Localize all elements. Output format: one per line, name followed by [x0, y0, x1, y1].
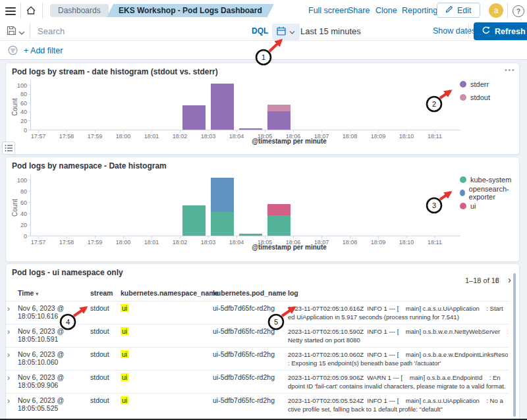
show-dates-link[interactable]: Show dates — [433, 26, 476, 36]
clone-link[interactable]: Clone — [375, 6, 397, 15]
x-tick-mark — [350, 130, 350, 132]
share-link[interactable]: Share — [348, 6, 370, 15]
divider — [20, 3, 21, 18]
divider — [468, 23, 469, 39]
x-tick-label: 18:10 — [393, 133, 420, 140]
histogram-bar-segment[interactable] — [267, 215, 291, 236]
histogram-bar-segment[interactable] — [211, 212, 234, 236]
histogram-bar-segment[interactable] — [239, 234, 262, 236]
panel-options-icon[interactable]: ••• — [505, 66, 515, 74]
pencil-icon — [445, 5, 453, 15]
panel-pod-logs-by-namespace: Pod logs by namespace - Date histogram 0… — [5, 157, 520, 262]
y-tick-mark — [28, 85, 30, 86]
full-screen-link[interactable]: Full screen — [308, 6, 348, 15]
saved-query-chevron-icon[interactable] — [18, 28, 25, 38]
panel-pod-logs-by-stream: Pod logs by stream - date histogram (std… — [5, 63, 520, 155]
x-tick-label: 17:58 — [53, 239, 80, 246]
table-row: ›Nov 6, 2023 @ 18:05:05.525stdoutuiui-5d… — [6, 393, 509, 419]
cell-namespace: ui — [121, 396, 213, 419]
y-tick-mark — [28, 202, 30, 203]
query-bar: Search DQL Last 15 minutes Show dates Re… — [0, 21, 527, 60]
x-tick-label: 18:09 — [365, 133, 391, 140]
histogram-bar-segment[interactable] — [267, 204, 291, 215]
date-picker-button[interactable] — [272, 24, 300, 40]
refresh-icon — [482, 26, 490, 36]
x-tick-mark — [123, 130, 124, 132]
pagination-next-icon[interactable]: › — [508, 275, 511, 284]
edit-button-label: Edit — [457, 6, 472, 15]
breadcrumb-current-dashboard: EKS Workshop - Pod Logs Dashboard — [107, 4, 274, 17]
home-icon[interactable] — [26, 5, 36, 18]
menu-icon[interactable] — [5, 5, 16, 17]
divider — [30, 23, 30, 39]
y-tick-label: 80 — [10, 91, 27, 97]
y-tick-label: 0 — [10, 127, 27, 134]
legend-item[interactable]: opensearch-exporter — [460, 186, 519, 199]
cell-log: 2023-11-07T02:05:09.906Z WARN 1 --- [ ma… — [288, 373, 508, 391]
x-tick-mark — [435, 236, 435, 238]
chevron-down-icon — [289, 28, 295, 37]
histogram-bar-segment[interactable] — [211, 84, 234, 130]
add-filter-link[interactable]: + Add filter — [24, 46, 63, 55]
legend-item[interactable]: ui — [460, 199, 519, 213]
column-header-pod[interactable]: kubernetes.pod_name — [213, 289, 288, 298]
histogram-bar-segment[interactable] — [182, 105, 206, 130]
namespace-highlight: ui — [121, 327, 128, 335]
saved-query-icon[interactable] — [7, 26, 16, 38]
x-tick-mark — [293, 236, 294, 238]
panel-title: Pod logs by stream - date histogram (std… — [12, 67, 218, 76]
histogram-bar-segment[interactable] — [239, 128, 262, 130]
x-tick-label: 17:59 — [82, 133, 108, 140]
table-row: ›Nov 6, 2023 @ 18:05:10.591stdoutuiui-5d… — [6, 324, 509, 350]
breadcrumb-dashboards[interactable]: Dashboards — [50, 4, 109, 17]
dql-selector[interactable]: DQL — [252, 26, 268, 36]
histogram-bar-segment[interactable] — [267, 105, 291, 111]
x-tick-label: 17:59 — [82, 239, 108, 246]
legend-toggle-icon[interactable] — [2, 142, 15, 155]
legend-label: kube-system — [470, 176, 511, 184]
column-header-time[interactable]: Time ▾ — [18, 289, 90, 298]
legend-item[interactable]: kube-system — [460, 173, 519, 186]
x-tick-mark — [180, 236, 180, 238]
y-tick-mark — [28, 236, 30, 236]
reporting-link[interactable]: Reporting — [402, 6, 437, 15]
avatar[interactable]: a — [489, 3, 503, 18]
histogram-bar-segment[interactable] — [267, 111, 291, 130]
namespace-highlight: ui — [121, 396, 128, 404]
y-tick-mark — [28, 130, 30, 130]
y-tick-label: 80 — [10, 188, 27, 195]
time-range-value[interactable]: Last 15 minutes — [300, 26, 361, 36]
refresh-button-label: Refresh — [495, 27, 526, 36]
table-row: ›Nov 6, 2023 @ 18:05:09.906stdoutuiui-5d… — [6, 370, 509, 396]
legend-color-dot — [460, 81, 466, 88]
y-tick-mark — [28, 180, 30, 180]
x-tick-mark — [152, 130, 152, 132]
log-line: 2023-11-07T02:05:05.524Z INFO 1 --- [ ma… — [288, 396, 508, 405]
cell-pod-name: ui-5dfb7d65fc-rd2hg — [213, 396, 288, 419]
cell-stream: stdout — [90, 396, 121, 419]
help-icon[interactable]: ? — [513, 5, 524, 17]
column-header-stream[interactable]: stream — [90, 289, 121, 298]
log-line: : Exposing 15 endpoint(s) beneath base p… — [288, 359, 508, 367]
histogram-bar-segment[interactable] — [211, 178, 234, 212]
chart-legend: kube-systemopensearch-exporterui — [460, 173, 519, 213]
legend-item[interactable]: stdout — [460, 91, 490, 104]
x-tick-mark — [378, 236, 379, 238]
legend-label: stdout — [470, 93, 490, 101]
table-scrollbar[interactable] — [513, 273, 516, 417]
namespace-highlight: ui — [121, 304, 128, 312]
y-tick-mark — [28, 94, 30, 95]
column-header-namespace[interactable]: kubernetes.namespace_name — [121, 289, 213, 298]
y-axis-line — [30, 80, 31, 130]
x-tick-label: 18:11 — [422, 133, 448, 140]
legend-item[interactable]: stderr — [460, 78, 490, 91]
filter-icon[interactable] — [8, 45, 18, 57]
column-header-log[interactable]: log — [288, 289, 508, 298]
histogram-bar-segment[interactable] — [182, 205, 206, 236]
pagination-prev-icon[interactable]: ‹ — [495, 275, 498, 284]
expand-row-icon[interactable]: › — [6, 396, 18, 419]
search-input[interactable]: Search — [38, 26, 65, 36]
refresh-button[interactable]: Refresh — [474, 22, 527, 40]
namespace-highlight: ui — [121, 350, 128, 358]
edit-button[interactable]: Edit — [437, 3, 480, 18]
